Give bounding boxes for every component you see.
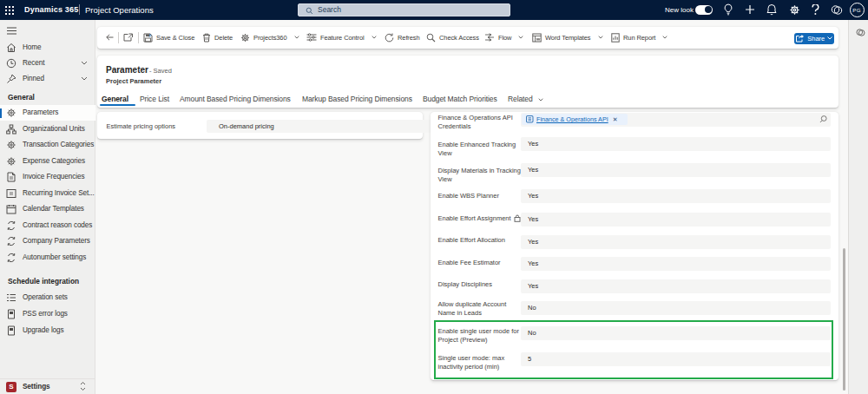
svg-text:PG: PG bbox=[853, 6, 861, 12]
